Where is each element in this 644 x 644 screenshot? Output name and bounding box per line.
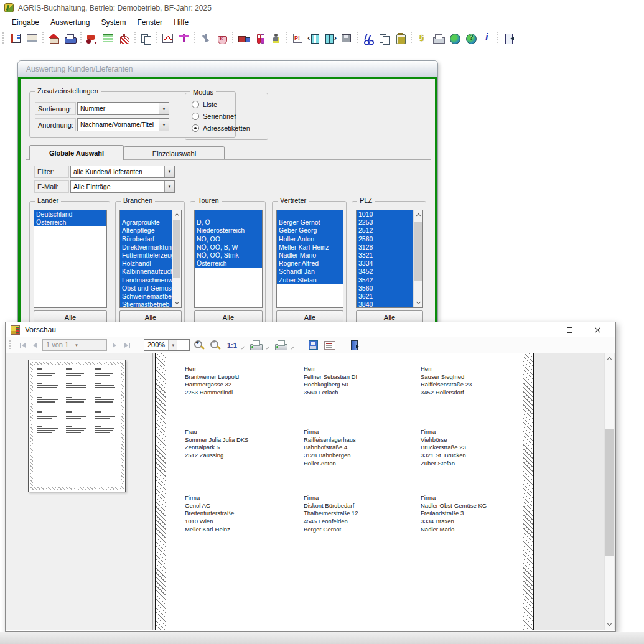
list-item[interactable] bbox=[277, 210, 343, 218]
list-item[interactable]: Österreich bbox=[34, 218, 106, 226]
list-item[interactable]: 3452 bbox=[357, 268, 413, 276]
scroll-up-icon[interactable] bbox=[605, 353, 614, 363]
burst-icon[interactable] bbox=[199, 32, 212, 44]
chevron-down-icon[interactable]: ▼ bbox=[159, 119, 169, 131]
list-item[interactable]: 3334 bbox=[357, 259, 413, 268]
listbox-scrollbar[interactable] bbox=[413, 210, 422, 307]
copy-pages-icon[interactable] bbox=[378, 32, 391, 44]
chevron-down-icon[interactable]: ▼ bbox=[72, 340, 81, 350]
print-icon[interactable] bbox=[63, 32, 77, 44]
save-icon[interactable] bbox=[340, 32, 353, 44]
scroll-down-icon[interactable] bbox=[172, 299, 181, 307]
list-item[interactable]: Obst und Gemüse bbox=[120, 284, 172, 292]
truck-icon[interactable] bbox=[237, 32, 250, 44]
chevron-down-icon[interactable]: ▼ bbox=[159, 103, 169, 114]
tractor-icon[interactable] bbox=[85, 32, 98, 44]
scrollbar-thumb[interactable] bbox=[173, 220, 180, 278]
list-item[interactable]: Direktvermarktung bbox=[120, 243, 172, 251]
list-item[interactable]: Berger Gernot bbox=[277, 218, 343, 226]
list-item[interactable]: Österreich bbox=[195, 259, 262, 268]
list-item[interactable]: 3321 bbox=[357, 251, 413, 259]
list-item[interactable]: Schandl Jan bbox=[277, 268, 343, 276]
list-item[interactable]: Nadler Mario bbox=[277, 251, 343, 259]
scale-icon[interactable] bbox=[177, 32, 190, 44]
list-item[interactable]: Landmaschinenwe bbox=[120, 276, 172, 284]
print-button[interactable] bbox=[250, 340, 263, 350]
prev-page-button[interactable] bbox=[29, 340, 41, 351]
list-item[interactable]: 3621 bbox=[357, 292, 413, 301]
minimize-button[interactable] bbox=[528, 322, 556, 337]
list-item[interactable]: 2512 bbox=[357, 226, 413, 235]
page-thumbnail[interactable] bbox=[28, 360, 126, 492]
sortierung-combo[interactable]: Nummer▼ bbox=[77, 102, 169, 115]
preview-titlebar[interactable]: Vorschau bbox=[6, 322, 615, 337]
list-item[interactable]: 2560 bbox=[357, 235, 413, 243]
tab-globale-auswahl[interactable]: Globale Auswahl bbox=[29, 145, 124, 160]
list-item[interactable]: Meller Karl-Heinz bbox=[277, 243, 343, 251]
last-page-button[interactable] bbox=[121, 340, 133, 351]
list-item[interactable]: Holler Anton bbox=[277, 235, 343, 243]
next-page-button[interactable] bbox=[108, 340, 121, 351]
menu-item-system[interactable]: System bbox=[95, 16, 131, 29]
list-item[interactable]: Altenpflege bbox=[120, 226, 172, 235]
toolbar-grip[interactable] bbox=[2, 32, 4, 44]
paste-icon[interactable] bbox=[394, 32, 407, 44]
radio-serienbrief[interactable]: Serienbrief bbox=[192, 113, 236, 120]
list-item[interactable]: 2253 bbox=[357, 218, 413, 226]
list-item[interactable]: Bürobedarf bbox=[120, 235, 172, 243]
chevron-down-icon[interactable]: ▼ bbox=[164, 166, 174, 177]
dialog-titlebar[interactable]: Auswertung Kunden/Lieferanten bbox=[18, 61, 437, 77]
listbox-touren[interactable]: D, ÖNiederösterreichNÖ, OÖNÖ, OÖ, B, WNÖ… bbox=[194, 210, 263, 308]
menu-item-eingabe[interactable]: Eingabe bbox=[6, 16, 45, 29]
ledger-icon[interactable] bbox=[26, 32, 39, 44]
info-icon[interactable] bbox=[480, 32, 493, 44]
exit-icon[interactable] bbox=[502, 32, 515, 44]
list-item[interactable]: 1010 bbox=[357, 210, 413, 218]
close-button[interactable] bbox=[584, 322, 612, 337]
list-item[interactable]: Schweinemastbetr bbox=[120, 292, 172, 301]
seed-sack-icon[interactable] bbox=[118, 32, 131, 44]
preview-scrollbar[interactable] bbox=[604, 353, 614, 630]
table-icon[interactable] bbox=[101, 32, 114, 44]
list-item[interactable]: NÖ, OÖ, B, W bbox=[195, 243, 262, 251]
list-item[interactable]: Rogner Alfred bbox=[277, 259, 343, 268]
scroll-down-icon[interactable] bbox=[605, 620, 614, 630]
list-item[interactable]: NÖ, OÖ bbox=[195, 235, 262, 243]
listbox-plz[interactable]: 1010225325122560312833213334345235423560… bbox=[356, 210, 423, 308]
email-combo[interactable]: Alle Einträge▼ bbox=[70, 180, 175, 193]
menu-item-hilfe[interactable]: Hilfe bbox=[168, 16, 194, 29]
home-icon[interactable] bbox=[47, 32, 60, 44]
copy-doc-icon[interactable] bbox=[139, 32, 152, 44]
test-tubes-icon[interactable] bbox=[253, 32, 266, 44]
columns-right-icon[interactable] bbox=[324, 32, 337, 44]
list-item[interactable]: 3560 bbox=[357, 284, 413, 292]
money-bag-icon[interactable] bbox=[215, 32, 228, 44]
save-button[interactable] bbox=[309, 340, 318, 350]
email-button[interactable] bbox=[324, 341, 335, 350]
scroll-up-icon[interactable] bbox=[414, 210, 422, 219]
radio-adressetiketten[interactable]: Adressetiketten bbox=[192, 124, 250, 132]
chart-icon[interactable] bbox=[161, 32, 174, 44]
list-item[interactable] bbox=[195, 210, 262, 218]
radio-liste[interactable]: Liste bbox=[192, 101, 217, 108]
person-icon[interactable] bbox=[269, 32, 282, 44]
listbox-branchen[interactable]: AgrarproukteAltenpflegeBürobedarfDirektv… bbox=[119, 210, 182, 308]
list-item[interactable]: Stiermastbetrieb bbox=[120, 301, 172, 308]
list-item[interactable]: Holzhandl bbox=[120, 259, 172, 268]
globe-icon[interactable] bbox=[448, 32, 461, 44]
print-setup-button[interactable] bbox=[274, 340, 287, 350]
columns-left-icon[interactable] bbox=[307, 32, 320, 44]
filter-combo[interactable]: alle Kunden/Lieferanten▼ bbox=[70, 166, 175, 178]
list-item[interactable]: Deutschland bbox=[34, 210, 106, 218]
anordnung-combo[interactable]: Nachname/Vorname/Titel▼ bbox=[77, 118, 169, 131]
journal-icon[interactable] bbox=[9, 32, 22, 44]
chevron-down-icon[interactable]: ▼ bbox=[164, 181, 174, 192]
help-bolt-icon[interactable] bbox=[416, 32, 429, 44]
scroll-up-icon[interactable] bbox=[172, 210, 181, 219]
first-page-button[interactable] bbox=[16, 340, 29, 351]
listbox-lnder[interactable]: DeutschlandÖsterreich bbox=[34, 210, 107, 308]
zoom-combo[interactable]: 200% ▼ bbox=[144, 339, 190, 351]
list-item[interactable]: Geber Georg bbox=[277, 226, 343, 235]
maximize-button[interactable] bbox=[556, 322, 584, 337]
list-item[interactable]: 3840 bbox=[357, 301, 413, 308]
